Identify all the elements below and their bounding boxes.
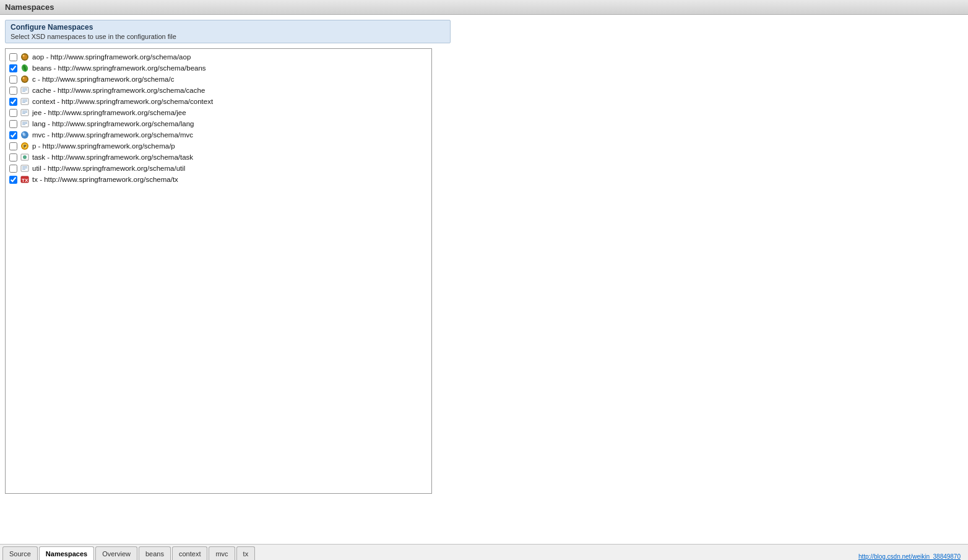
namespace-checkbox-mvc[interactable]: [9, 131, 17, 139]
namespace-label-tx: tx - http://www.springframework.org/sche…: [32, 176, 178, 183]
page-title: Namespaces: [5, 2, 54, 12]
namespace-checkbox-tx[interactable]: [9, 176, 17, 184]
namespace-label-context: context - http://www.springframework.org…: [32, 98, 213, 105]
svg-rect-9: [22, 88, 27, 89]
title-bar: Namespaces: [0, 0, 968, 15]
namespace-label-mvc: mvc - http://www.springframework.org/sch…: [32, 131, 193, 139]
svg-rect-15: [22, 102, 25, 103]
namespace-label-p: p - http://www.springframework.org/schem…: [32, 142, 175, 150]
namespace-label-util: util - http://www.springframework.org/sc…: [32, 165, 185, 172]
svg-text:P: P: [24, 144, 27, 149]
svg-rect-21: [22, 122, 27, 123]
context-icon: [20, 97, 30, 106]
namespace-item-mvc[interactable]: Mmvc - http://www.springframework.org/sc…: [6, 129, 431, 140]
namespace-checkbox-c[interactable]: [9, 75, 17, 84]
namespace-label-c: c - http://www.springframework.org/schem…: [32, 75, 174, 83]
svg-text:M: M: [23, 133, 25, 137]
namespace-checkbox-p[interactable]: [9, 142, 17, 150]
namespace-checkbox-util[interactable]: [9, 165, 17, 173]
svg-rect-35: [22, 169, 25, 170]
svg-rect-33: [22, 166, 27, 167]
configure-panel-title: Configure Namespaces: [11, 23, 445, 32]
svg-rect-11: [22, 91, 25, 92]
svg-rect-22: [22, 123, 27, 124]
bottom-tab-beans[interactable]: beans: [139, 546, 171, 560]
namespace-checkbox-jee[interactable]: [9, 109, 17, 117]
mvc-icon: M: [20, 130, 30, 140]
namespace-checkbox-lang[interactable]: [9, 120, 17, 128]
configure-panel: Configure Namespaces Select XSD namespac…: [5, 20, 451, 43]
namespace-label-beans: beans - http://www.springframework.org/s…: [32, 64, 206, 72]
namespace-checkbox-task[interactable]: [9, 153, 17, 162]
bottom-tab-source[interactable]: Source: [2, 546, 38, 560]
namespace-label-task: task - http://www.springframework.org/sc…: [32, 153, 193, 161]
namespace-item-util[interactable]: util - http://www.springframework.org/sc…: [6, 163, 431, 174]
p-icon: P: [20, 141, 30, 151]
namespace-checkbox-beans[interactable]: [9, 64, 17, 72]
beans-icon: [20, 63, 30, 73]
tx-icon: TX: [20, 174, 30, 184]
svg-point-2: [23, 55, 25, 57]
svg-rect-23: [22, 124, 25, 125]
namespace-item-task[interactable]: task - http://www.springframework.org/sc…: [6, 152, 431, 163]
svg-rect-34: [22, 168, 27, 168]
namespace-item-c[interactable]: c - http://www.springframework.org/schem…: [6, 74, 431, 85]
aop-icon: [20, 52, 30, 62]
svg-rect-19: [22, 113, 25, 114]
namespace-item-p[interactable]: Pp - http://www.springframework.org/sche…: [6, 140, 431, 152]
jee-icon: [20, 108, 30, 118]
namespace-checkbox-aop[interactable]: [9, 53, 17, 61]
namespace-checkbox-cache[interactable]: [9, 87, 17, 95]
lang-icon: [20, 119, 30, 129]
namespace-item-aop[interactable]: aop - http://www.springframework.org/sch…: [6, 51, 431, 62]
bottom-tab-namespaces[interactable]: Namespaces: [39, 546, 94, 560]
svg-rect-14: [22, 101, 27, 101]
namespace-item-jee[interactable]: jee - http://www.springframework.org/sch…: [6, 107, 431, 118]
svg-rect-17: [22, 111, 27, 111]
configure-panel-description: Select XSD namespaces to use in the conf…: [11, 33, 445, 40]
namespace-item-tx[interactable]: TXtx - http://www.springframework.org/sc…: [6, 174, 431, 185]
svg-point-31: [23, 155, 27, 159]
namespace-label-jee: jee - http://www.springframework.org/sch…: [32, 109, 186, 116]
svg-text:TX: TX: [22, 178, 28, 183]
svg-rect-18: [22, 112, 27, 113]
cache-icon: [20, 85, 30, 95]
namespace-label-lang: lang - http://www.springframework.org/sc…: [32, 120, 194, 127]
svg-rect-10: [22, 90, 27, 90]
namespace-list: aop - http://www.springframework.org/sch…: [5, 48, 432, 494]
namespace-label-aop: aop - http://www.springframework.org/sch…: [32, 53, 191, 61]
task-icon: [20, 152, 30, 162]
namespace-item-context[interactable]: context - http://www.springframework.org…: [6, 96, 431, 107]
c-icon: [20, 74, 30, 84]
bottom-tab-mvc[interactable]: mvc: [209, 546, 235, 560]
bottom-tab-tx[interactable]: tx: [236, 546, 256, 560]
namespace-item-cache[interactable]: cache - http://www.springframework.org/s…: [6, 85, 431, 96]
namespace-item-beans[interactable]: beans - http://www.springframework.org/s…: [6, 62, 431, 74]
bottom-tab-context[interactable]: context: [172, 546, 207, 560]
namespace-item-lang[interactable]: lang - http://www.springframework.org/sc…: [6, 118, 431, 129]
svg-point-7: [23, 77, 25, 79]
status-url[interactable]: http://blog.csdn.net/weikin_38849870: [853, 553, 966, 560]
namespace-label-cache: cache - http://www.springframework.org/s…: [32, 87, 205, 94]
bottom-tab-overview[interactable]: Overview: [95, 546, 137, 560]
svg-rect-13: [22, 100, 27, 100]
util-icon: [20, 163, 30, 173]
namespace-checkbox-context[interactable]: [9, 98, 17, 106]
main-content: Configure Namespaces Select XSD namespac…: [0, 15, 968, 544]
bottom-tab-bar: SourceNamespacesOverviewbeanscontextmvct…: [0, 544, 968, 560]
